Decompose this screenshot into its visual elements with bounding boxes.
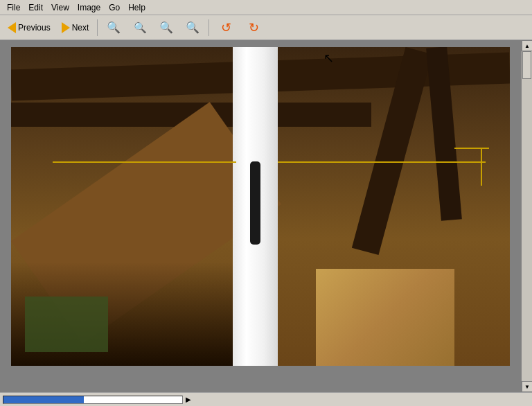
menu-bar: File Edit View Image Go Help: [0, 0, 532, 15]
next-button[interactable]: Next: [57, 19, 94, 36]
previous-button[interactable]: Previous: [3, 19, 55, 36]
rotate-cw-icon: ↻: [245, 19, 262, 36]
rotate-ccw-icon: ↺: [218, 19, 234, 36]
zoom-in-button[interactable]: 🔍: [101, 17, 126, 38]
cardboard-box: [316, 269, 454, 366]
menu-go[interactable]: Go: [105, 1, 124, 14]
shelf-items: [25, 297, 108, 352]
image-wrapper: [0, 40, 521, 373]
zoom-fit-button[interactable]: 🔍: [154, 17, 179, 38]
menu-view[interactable]: View: [47, 1, 73, 14]
vertical-scrollbar: ▲ ▼: [521, 40, 532, 392]
progress-bar-fill: [3, 396, 84, 403]
zoom-in-icon: 🔍: [106, 20, 121, 35]
menu-edit[interactable]: Edit: [24, 1, 47, 14]
wire-bend-right: [481, 148, 482, 186]
hanging-device: [250, 161, 260, 245]
photo-image: [11, 47, 510, 366]
toolbar: Previous Next 🔍 🔍 🔍 🔍 ↺ ↻: [0, 15, 532, 40]
image-container[interactable]: ↖: [0, 40, 521, 392]
zoom-actual-icon: 🔍: [185, 20, 200, 35]
scroll-up-button[interactable]: ▲: [522, 40, 532, 51]
toolbar-separator-2: [209, 19, 209, 36]
next-label: Next: [72, 23, 89, 33]
scrollbar-thumb[interactable]: [522, 51, 531, 79]
menu-image[interactable]: Image: [73, 1, 105, 14]
zoom-out-button[interactable]: 🔍: [127, 17, 152, 38]
main-area: ↖ ▲ ▼: [0, 40, 532, 392]
rotate-ccw-button[interactable]: ↺: [213, 17, 239, 39]
scroll-up-arrow-icon: ▲: [524, 43, 530, 49]
toolbar-separator-1: [97, 19, 98, 36]
status-right-arrow[interactable]: ▶: [186, 396, 191, 403]
wire-top-right: [454, 148, 489, 149]
previous-label: Previous: [18, 23, 51, 33]
zoom-fit-icon: 🔍: [159, 20, 174, 35]
menu-file[interactable]: File: [3, 1, 24, 14]
status-bar: ▶: [0, 392, 532, 406]
zoom-out-icon: 🔍: [132, 20, 148, 35]
progress-bar-container: [3, 396, 183, 404]
scrollbar-track[interactable]: [522, 51, 532, 381]
rotate-cw-button[interactable]: ↻: [240, 17, 267, 39]
previous-arrow-icon: [8, 22, 16, 33]
zoom-actual-button[interactable]: 🔍: [180, 17, 205, 38]
next-arrow-icon: [62, 22, 70, 33]
scroll-down-button[interactable]: ▼: [522, 381, 532, 392]
scroll-down-arrow-icon: ▼: [524, 384, 530, 390]
wire-right: [278, 161, 486, 163]
menu-help[interactable]: Help: [124, 1, 150, 14]
wire-left: [53, 161, 236, 163]
